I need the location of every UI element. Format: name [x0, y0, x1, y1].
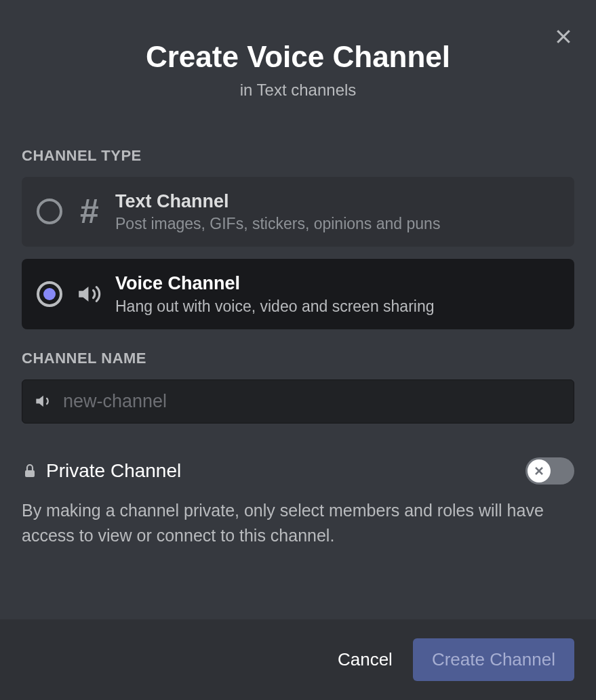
channel-type-voice-option[interactable]: Voice Channel Hang out with voice, video…: [22, 259, 574, 329]
toggle-knob: [528, 459, 551, 482]
create-channel-modal: Create Voice Channel in Text channels CH…: [0, 0, 596, 700]
close-button[interactable]: [553, 26, 574, 47]
radio-unselected: [37, 199, 62, 224]
channel-type-label: CHANNEL TYPE: [22, 147, 574, 165]
modal-title: Create Voice Channel: [0, 39, 596, 75]
text-option-desc: Post images, GIFs, stickers, opinions an…: [115, 215, 559, 233]
speaker-icon: [76, 281, 103, 308]
radio-selected: [37, 281, 62, 307]
channel-name-input[interactable]: [63, 391, 561, 412]
create-channel-button[interactable]: Create Channel: [413, 638, 574, 681]
voice-option-desc: Hang out with voice, video and screen sh…: [115, 297, 559, 316]
modal-footer: Cancel Create Channel: [0, 619, 596, 700]
close-icon: [553, 26, 574, 47]
lock-icon: [22, 463, 38, 479]
voice-option-title: Voice Channel: [115, 272, 559, 294]
modal-content: CHANNEL TYPE # Text Channel Post images,…: [0, 127, 596, 619]
private-toggle[interactable]: [525, 457, 574, 485]
speaker-icon: [35, 392, 54, 411]
text-option-title: Text Channel: [115, 190, 559, 212]
modal-subtitle: in Text channels: [0, 81, 596, 100]
private-channel-desc: By making a channel private, only select…: [22, 498, 574, 549]
cancel-button[interactable]: Cancel: [338, 649, 393, 670]
hash-icon: #: [76, 198, 103, 225]
modal-header: Create Voice Channel in Text channels: [0, 0, 596, 127]
private-channel-label: Private Channel: [46, 460, 181, 482]
channel-name-input-wrapper[interactable]: [22, 379, 574, 424]
svg-rect-2: [25, 470, 35, 477]
channel-type-text-option[interactable]: # Text Channel Post images, GIFs, sticke…: [22, 177, 574, 247]
channel-name-label: CHANNEL NAME: [22, 350, 574, 367]
private-section: Private Channel By making a channel priv…: [22, 457, 574, 549]
